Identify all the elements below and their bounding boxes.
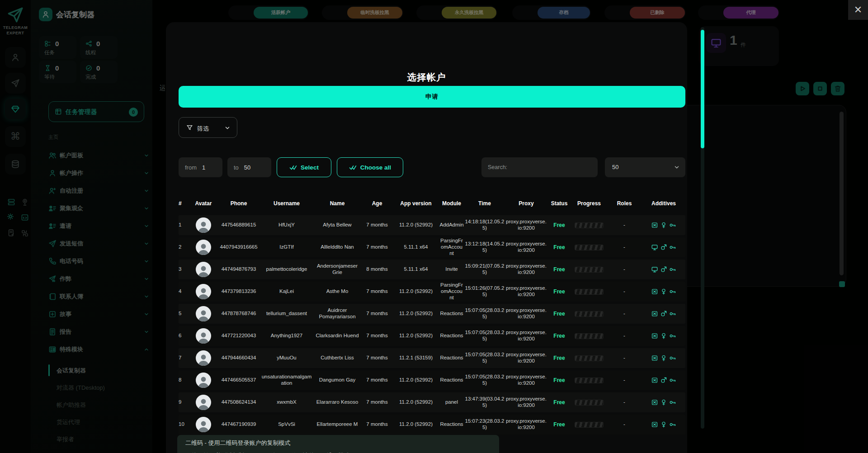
time-cell: 14:18:18(12.05.25) bbox=[464, 219, 505, 231]
username-cell: KajLei bbox=[260, 288, 313, 295]
apply-button[interactable]: 申请 bbox=[179, 86, 685, 108]
table-row[interactable]: 4 447379813236 KajLei Asthe Mo 7 months … bbox=[179, 282, 685, 302]
status-cell: Free bbox=[547, 222, 571, 228]
key-icon bbox=[669, 421, 676, 428]
table-row[interactable]: 3 447494876793 palmettocoleridge Anderso… bbox=[179, 260, 685, 279]
table-row[interactable]: 2 4407943916665 IzGTIf Alllelddlto Nan 7… bbox=[179, 237, 685, 257]
key-icon bbox=[669, 354, 676, 362]
table-row[interactable]: 5 447878768746 tellurium_dassent Auidrce… bbox=[179, 304, 685, 324]
progress-cell bbox=[571, 333, 607, 339]
female-icon bbox=[660, 288, 667, 295]
page-size-value: 50 bbox=[612, 164, 618, 170]
name-cell: Dangumon Gay bbox=[313, 377, 362, 383]
from-input[interactable]: from 1 bbox=[179, 157, 222, 177]
phone-cell: 4407943916665 bbox=[217, 244, 260, 250]
progress-bar bbox=[575, 422, 604, 428]
status-cell: Free bbox=[547, 333, 571, 339]
name-cell: Auidrcer Pomayrariarson bbox=[313, 307, 362, 320]
ban-icon bbox=[651, 288, 658, 295]
ban-icon bbox=[651, 354, 658, 362]
module-cell: Reactions bbox=[439, 355, 464, 361]
app-version-cell: 11.2.0 (52992) bbox=[392, 333, 439, 339]
age-cell: 7 months bbox=[362, 288, 392, 295]
app-window: TELEGRAM EXPERT ⌘ 会话复制器 0 任务 0 线程 0 等待 0… bbox=[0, 0, 868, 453]
status-cell: Free bbox=[547, 421, 571, 428]
name-cell: Alllelddlto Nan bbox=[313, 244, 362, 250]
avatar bbox=[190, 284, 217, 299]
progress-cell bbox=[571, 222, 607, 228]
status-cell: Free bbox=[547, 244, 571, 250]
app-version-cell: 11.2.0 (52992) bbox=[392, 377, 439, 383]
key-icon bbox=[669, 310, 676, 317]
username-cell: HfUxjY bbox=[260, 222, 313, 228]
progress-cell bbox=[571, 378, 607, 383]
table-row[interactable]: 9 447508624134 xwxmbX Elararraro Kesoso … bbox=[179, 392, 685, 412]
proxy-cell: proxy.proxyverse.io:9200 bbox=[505, 374, 547, 387]
name-cell: Cuthbertx Liss bbox=[313, 355, 362, 361]
time-cell: 15:07:23(28.03.25) bbox=[464, 418, 505, 431]
table-row[interactable]: 8 447466505537 unsaturationamalgamation … bbox=[179, 370, 685, 390]
table-row[interactable]: 7 447944660434 yMuuOu Cuthbertx Liss 7 m… bbox=[179, 348, 685, 368]
male-icon bbox=[660, 310, 667, 317]
proxy-cell: proxy.proxyverse.io:9200 bbox=[505, 241, 547, 254]
tooltip-line1: 二维码 - 使用二维码登录账户的复制模式 bbox=[185, 439, 491, 447]
row-number: 8 bbox=[179, 377, 190, 383]
column-header-Avatar: Avatar bbox=[190, 200, 217, 207]
ban-icon bbox=[651, 222, 658, 229]
table-row[interactable]: 6 447721220043 Anything1927 Clarksardin … bbox=[179, 326, 685, 346]
filter-dropdown[interactable]: 筛选 bbox=[179, 117, 237, 138]
filter-label: 筛选 bbox=[197, 125, 209, 133]
time-cell: 13:47:39(03.04.25) bbox=[464, 396, 505, 409]
qr-tooltip: 二维码 - 使用二维码登录账户的复制模式 在使用前务必测试复制器；如果验证码无效… bbox=[177, 435, 499, 453]
time-cell: 15:07:05(28.03.25) bbox=[464, 374, 505, 387]
table-row[interactable]: 1 447546889615 HfUxjY Afyta Bellew 7 mon… bbox=[179, 215, 685, 235]
app-version-cell: 5.11.1 x64 bbox=[392, 244, 439, 250]
avatar bbox=[190, 240, 217, 255]
progress-bar bbox=[575, 245, 604, 250]
phone-cell: 447878768746 bbox=[217, 311, 260, 317]
to-input[interactable]: to 50 bbox=[227, 157, 271, 177]
status-cell: Free bbox=[547, 377, 571, 383]
search-input[interactable] bbox=[481, 157, 598, 177]
column-header-Time: Time bbox=[464, 200, 505, 207]
phone-cell: 447508624134 bbox=[217, 399, 260, 406]
ban-icon bbox=[651, 421, 658, 428]
module-cell: panel bbox=[439, 399, 464, 406]
key-icon bbox=[669, 288, 676, 295]
app-version-cell: 5.11.1 x64 bbox=[392, 266, 439, 273]
proxy-cell: proxy.proxyverse.io:9200 bbox=[505, 307, 547, 320]
double-check-icon bbox=[289, 164, 297, 171]
page-size-select[interactable]: 50 bbox=[605, 157, 685, 177]
column-header-Status: Status bbox=[547, 200, 571, 207]
age-cell: 7 months bbox=[362, 421, 392, 428]
module-cell: ParsingFromAccount bbox=[439, 238, 464, 256]
progress-bar bbox=[575, 333, 604, 339]
proxy-cell: proxy.proxyverse.io:9200 bbox=[505, 285, 547, 298]
additives-cell bbox=[642, 244, 685, 251]
module-cell: Reactions bbox=[439, 333, 464, 339]
apply-label: 申请 bbox=[425, 93, 439, 101]
roles-cell: - bbox=[607, 288, 642, 295]
column-header-Roles: Roles bbox=[607, 200, 642, 207]
app-version-cell: 11.2.0 (52992) bbox=[392, 399, 439, 406]
column-header-#: # bbox=[179, 200, 190, 207]
progress-bar bbox=[575, 222, 604, 228]
progress-bar bbox=[575, 400, 604, 406]
table-row[interactable]: 10 447467190939 SpVvSi Ellartemporeee M … bbox=[179, 415, 685, 434]
proxy-cell: proxy.proxyverse.io:9200 bbox=[505, 263, 547, 276]
choose-all-button[interactable]: Choose all bbox=[337, 157, 403, 177]
roles-cell: - bbox=[607, 244, 642, 250]
additives-cell bbox=[642, 222, 685, 229]
roles-cell: - bbox=[607, 311, 642, 317]
modal-scrollbar-thumb[interactable] bbox=[701, 30, 704, 148]
female-icon bbox=[660, 332, 667, 340]
close-button[interactable]: ✕ bbox=[848, 0, 868, 20]
age-cell: 7 months bbox=[362, 311, 392, 317]
progress-cell bbox=[571, 400, 607, 406]
phone-cell: 447944660434 bbox=[217, 355, 260, 361]
username-cell: IzGTIf bbox=[260, 244, 313, 250]
name-cell: Clarksardin Huend bbox=[313, 333, 362, 339]
username-cell: Anything1927 bbox=[260, 333, 313, 339]
select-button[interactable]: Select bbox=[277, 157, 331, 177]
column-header-Username: Username bbox=[260, 200, 313, 207]
